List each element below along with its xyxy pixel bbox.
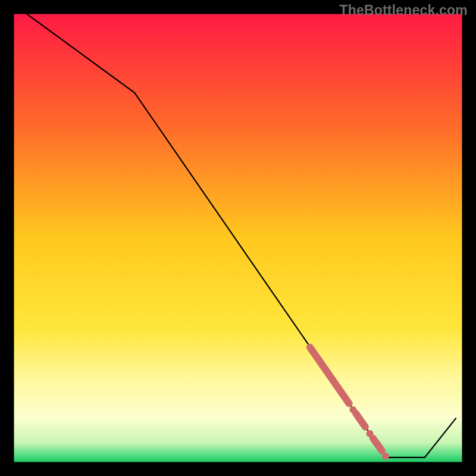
- svg-point-4: [350, 406, 357, 414]
- watermark-text: TheBottleneck.com: [339, 2, 468, 18]
- bottleneck-chart: [0, 0, 476, 476]
- svg-point-5: [367, 430, 374, 437]
- chart-container: TheBottleneck.com: [0, 0, 476, 476]
- plot-background: [13, 13, 463, 463]
- svg-point-6: [382, 453, 389, 460]
